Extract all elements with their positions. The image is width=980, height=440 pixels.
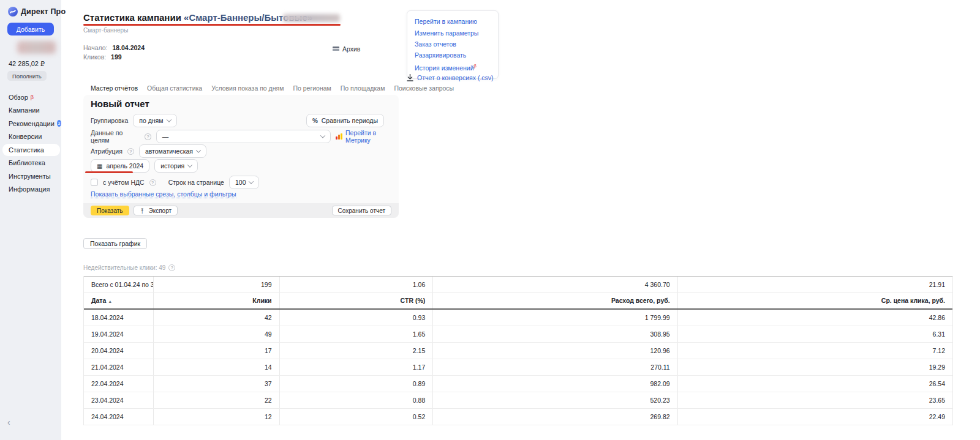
row-value: 7.12 — [678, 343, 952, 359]
table-row: 22.04.2024370.89982.0926.54 — [84, 376, 952, 392]
annotation-underline-title — [83, 24, 341, 26]
start-date-row: Начало: 18.04.2024 — [83, 44, 145, 51]
table-body: 18.04.2024420.931 799.9942.8619.04.20244… — [84, 310, 952, 425]
sidebar-item-overview[interactable]: Обзор β — [0, 91, 61, 104]
menu-item-order-reports[interactable]: Заказ отчетов — [415, 39, 491, 50]
info-icon: ? — [149, 179, 156, 186]
row-value: 0.93 — [280, 310, 434, 326]
grouping-select[interactable]: по дням — [133, 114, 176, 127]
row-value: 37 — [154, 376, 280, 392]
tab-search-queries[interactable]: Поисковые запросы — [394, 84, 454, 97]
history-select[interactable]: история — [154, 159, 198, 173]
menu-item-unarchive[interactable]: Разархивировать — [415, 50, 491, 61]
row-value: 22.49 — [678, 409, 952, 425]
table-header-row: Дата▲ Клики CTR (%) Расход всего, руб. С… — [84, 293, 952, 310]
chevron-down-icon — [166, 117, 171, 122]
add-button[interactable]: Добавить — [7, 23, 54, 35]
export-button[interactable]: ⭱ Экспорт — [134, 206, 178, 215]
table-row: 23.04.2024220.88520.2323.65 — [84, 392, 952, 409]
header-cpc[interactable]: Ср. цена клика, руб. — [678, 293, 952, 308]
row-value: 42 — [154, 310, 280, 326]
goals-select[interactable]: — — [156, 130, 331, 143]
row-date: 19.04.2024 — [84, 326, 154, 342]
campaign-name-redacted — [283, 14, 340, 22]
vat-rows-row: с учётом НДС ? Строк на странице 100 — [91, 176, 259, 189]
summary-label: Всего с 01.04.24 по 30.04.24 — [84, 277, 154, 292]
header-cost[interactable]: Расход всего, руб. — [433, 293, 677, 308]
row-value: 14 — [154, 359, 280, 375]
period-row: ▦ апрель 2024 история — [91, 159, 198, 173]
compare-periods-button[interactable]: % Сравнить периоды — [306, 114, 384, 127]
row-value: 49 — [154, 326, 280, 342]
goals-row: Данные по целям ? — Перейти в Метрику — [91, 129, 399, 144]
page-title: Статистика кампании «Смарт-Баннеры/Бытов… — [83, 12, 312, 23]
sidebar-item-recommendations[interactable]: Рекомендации 3 — [0, 117, 61, 130]
chevron-down-icon — [249, 179, 254, 184]
rows-per-page-select[interactable]: 100 — [229, 176, 260, 189]
topup-button[interactable]: Пополнить — [7, 71, 47, 81]
summary-ctr: 1.06 — [280, 277, 434, 292]
row-value: 0.88 — [280, 392, 434, 408]
row-date: 18.04.2024 — [84, 310, 154, 326]
campaign-type: Смарт-баннеры — [83, 27, 128, 34]
show-button[interactable]: Показать — [91, 206, 129, 215]
new-report-card: Новый отчет Группировка по дням % Сравни… — [83, 95, 399, 218]
metrika-icon — [336, 133, 342, 140]
chevron-down-icon — [320, 133, 325, 138]
account-name-redacted — [17, 41, 56, 54]
info-icon: ? — [145, 133, 151, 140]
slices-row: Показать выбранные срезы, столбцы и филь… — [91, 190, 236, 198]
sidebar-item-tools[interactable]: Инструменты — [0, 170, 61, 183]
sidebar-item-library[interactable]: Библиотека — [0, 157, 61, 170]
archive-icon — [333, 47, 339, 52]
row-value: 270.11 — [433, 359, 677, 375]
table-row: 18.04.2024420.931 799.9942.86 — [84, 310, 952, 326]
goto-metrika-link[interactable]: Перейти в Метрику — [336, 129, 399, 144]
table-row: 21.04.2024141.17270.1119.29 — [84, 359, 952, 376]
attribution-select[interactable]: автоматическая — [139, 144, 206, 158]
stats-table: Всего с 01.04.24 по 30.04.24 199 1.06 4 … — [83, 276, 953, 425]
table-row: 19.04.2024491.65308.956.31 — [84, 326, 952, 343]
menu-item-change-history[interactable]: История измененийβ — [415, 61, 491, 73]
percent-icon: % — [312, 117, 318, 124]
sidebar-item-campaigns[interactable]: Кампании — [0, 104, 61, 117]
row-value: 6.31 — [678, 326, 952, 342]
row-value: 0.89 — [280, 376, 434, 392]
summary-clicks: 199 — [154, 277, 280, 292]
rows-per-page-label: Строк на странице — [168, 179, 224, 186]
menu-item-edit-params[interactable]: Изменить параметры — [415, 27, 491, 38]
show-chart-button[interactable]: Показать график — [83, 238, 147, 249]
menu-item-goto-campaign[interactable]: Перейти в кампанию — [415, 16, 491, 27]
summary-cpc: 21.91 — [678, 277, 952, 292]
app-logo[interactable]: Директ Про — [8, 7, 66, 17]
sidebar-item-conversions[interactable]: Конверсии — [0, 130, 61, 144]
balance-amount: 42 285,02 ₽ — [9, 60, 45, 68]
attribution-label: Атрибуция — [91, 147, 123, 155]
show-slices-link[interactable]: Показать выбранные срезы, столбцы и филь… — [91, 190, 236, 198]
chevron-down-icon — [196, 147, 201, 152]
row-value: 2.15 — [280, 343, 434, 359]
header-ctr[interactable]: CTR (%) — [280, 293, 434, 308]
row-date: 20.04.2024 — [84, 343, 154, 359]
vat-checkbox[interactable] — [91, 179, 98, 186]
row-value: 120.96 — [433, 343, 677, 359]
goals-label: Данные по целям — [91, 129, 140, 144]
table-row: 20.04.2024172.15120.967.12 — [84, 343, 952, 359]
info-icon: ? — [127, 148, 134, 155]
save-report-button[interactable]: Сохранить отчет — [332, 206, 391, 215]
sidebar-collapse-icon[interactable]: ‹ — [7, 417, 10, 427]
invalid-clicks-note: Недействительные клики: 49 ? — [83, 264, 175, 271]
sidebar-item-statistics[interactable]: Статистика — [0, 143, 61, 157]
header-clicks[interactable]: Клики — [154, 293, 280, 308]
period-picker-button[interactable]: ▦ апрель 2024 — [91, 159, 149, 173]
grouping-label: Группировка — [91, 117, 128, 124]
row-value: 520.23 — [433, 392, 677, 408]
row-date: 23.04.2024 — [84, 392, 154, 408]
sidebar-item-info[interactable]: Информация — [0, 183, 61, 196]
header-date[interactable]: Дата▲ — [84, 293, 154, 308]
sidebar-nav: Обзор β Кампании Рекомендации 3 Конверси… — [0, 91, 61, 196]
row-value: 23.65 — [678, 392, 952, 408]
grouping-row: Группировка по дням % Сравнить периоды — [91, 114, 391, 127]
direct-pro-logo-icon — [8, 7, 18, 17]
conversions-report-link[interactable]: Отчет о конверсиях (.csv) — [407, 74, 494, 81]
